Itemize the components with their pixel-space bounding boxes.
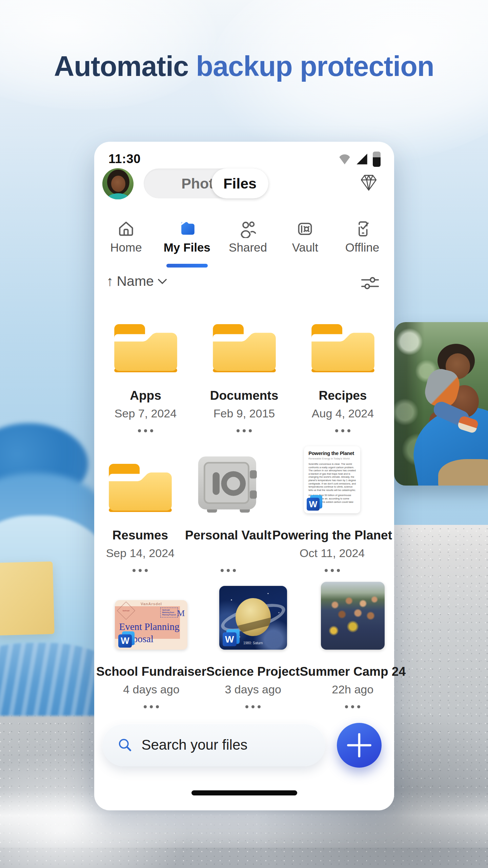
premium-diamond-icon[interactable]: [359, 173, 379, 193]
tab-home[interactable]: Home: [104, 217, 148, 263]
avatar-shirt: [108, 193, 129, 199]
tab-bar: Home My Files: [104, 217, 384, 263]
add-button[interactable]: [337, 723, 382, 768]
title-accent-part: backup protection: [196, 51, 434, 82]
avatar[interactable]: [102, 168, 134, 199]
tile-personal-vault[interactable]: Personal Vault: [184, 442, 272, 572]
status-bar: 11:30: [108, 150, 381, 167]
toggle-files[interactable]: Files: [211, 169, 268, 198]
file-date: Aug 4, 2024: [312, 407, 374, 420]
file-name: Documents: [210, 389, 278, 403]
vault-icon: [296, 217, 314, 238]
file-date: Feb 9, 2015: [214, 407, 275, 420]
sort-label: Name: [117, 273, 154, 289]
doc-body: Scientific concensus is clear. The world…: [308, 462, 357, 492]
file-name: Recipes: [319, 389, 367, 403]
tab-vault[interactable]: Vault: [283, 217, 327, 263]
more-options-button[interactable]: [245, 705, 261, 708]
doc-heading: Event Planning: [119, 621, 179, 632]
doc-title: Powering the Planet: [308, 451, 357, 456]
file-name: Powering the Planet: [272, 528, 392, 542]
file-name: Science Project: [206, 665, 300, 679]
tile-powering-the-planet[interactable]: Powering the Planet Renewable Energy in …: [272, 442, 392, 572]
yellow-fabric-square: [0, 561, 55, 635]
file-grid-row: Resumes Sep 14, 2024 Personal Vault: [96, 442, 392, 572]
more-options-button[interactable]: [133, 569, 148, 572]
tile-documents[interactable]: Documents Feb 9, 2015: [195, 318, 293, 432]
photo-preview: [321, 582, 385, 650]
battery-icon: [373, 152, 381, 167]
word-icon: W: [118, 631, 135, 648]
tile-science-project[interactable]: 1980: Saturn W Science Project 3 days ag…: [206, 578, 300, 708]
avatar-face: [111, 176, 125, 192]
marketing-screenshot: Automatic backup protection 11:30: [0, 0, 488, 868]
chevron-down-icon: [157, 278, 167, 285]
file-name: School Fundraiser: [96, 665, 206, 679]
tile-summer-camp[interactable]: Summer Camp 24 22h ago: [300, 578, 406, 708]
home-indicator[interactable]: [191, 790, 297, 795]
tab-label: Home: [110, 241, 142, 254]
file-name: Apps: [130, 389, 161, 403]
tab-label: Vault: [292, 241, 318, 254]
status-icons: [338, 151, 381, 167]
folder-icon: [112, 323, 179, 374]
word-document-preview: VanArsdel VanArsdel VanArsdel Marketing …: [115, 600, 187, 650]
file-date: 22h ago: [332, 683, 373, 696]
more-options-button[interactable]: [237, 429, 252, 432]
file-date: 3 days ago: [225, 683, 281, 696]
file-grid-row: VanArsdel VanArsdel VanArsdel Marketing …: [96, 578, 392, 708]
word-document-preview: 1980: Saturn W: [219, 586, 287, 650]
title-dark-part: Automatic: [54, 51, 188, 82]
saturn-planet: [236, 598, 271, 636]
doc-watermark: M: [177, 608, 185, 618]
folder-icon: [211, 323, 278, 374]
tile-resumes[interactable]: Resumes Sep 14, 2024: [96, 442, 184, 572]
word-document-preview: Powering the Planet Renewable Energy in …: [304, 446, 360, 513]
filter-options-icon[interactable]: [360, 275, 380, 292]
word-icon: W: [223, 629, 240, 646]
photos-files-toggle[interactable]: Photos Files: [144, 169, 268, 198]
more-options-button[interactable]: [138, 429, 153, 432]
more-options-button[interactable]: [345, 705, 360, 708]
tab-offline[interactable]: Offline: [341, 217, 384, 263]
cellular-signal-icon: [355, 153, 368, 165]
home-icon: [117, 217, 136, 238]
tab-label: Shared: [229, 241, 267, 254]
phone-mockup: 11:30 Photos Files: [94, 142, 394, 810]
clock: 11:30: [108, 152, 141, 166]
search-icon: [117, 736, 133, 754]
sort-selector[interactable]: ↑ Name: [106, 273, 167, 289]
more-options-button[interactable]: [221, 569, 236, 572]
sort-filter-row: ↑ Name: [106, 273, 380, 292]
tile-apps[interactable]: Apps Sep 7, 2024: [96, 318, 195, 432]
page-title: Automatic backup protection: [0, 50, 488, 83]
sort-ascending-icon: ↑: [106, 273, 114, 289]
active-tab-indicator: [166, 264, 208, 268]
more-options-button[interactable]: [325, 569, 340, 572]
folder-icon: [309, 323, 377, 374]
tab-shared[interactable]: Shared: [226, 217, 270, 263]
file-date: Sep 14, 2024: [106, 547, 175, 560]
folder-icon: [177, 217, 197, 238]
device-check-icon: [353, 217, 371, 238]
file-date: Oct 11, 2024: [300, 547, 365, 560]
tile-recipes[interactable]: Recipes Aug 4, 2024: [293, 318, 392, 432]
wifi-icon: [338, 153, 351, 165]
file-grid-row: Apps Sep 7, 2024 Documents Feb 9, 2015: [96, 318, 392, 432]
people-icon: [239, 217, 258, 238]
search-bar[interactable]: [102, 724, 325, 766]
more-options-button[interactable]: [144, 705, 159, 708]
file-date: Sep 7, 2024: [115, 407, 177, 420]
search-input[interactable]: [141, 737, 310, 753]
family-photo: [394, 322, 488, 486]
folder-icon: [107, 462, 174, 513]
file-name: Summer Camp 24: [300, 665, 406, 679]
tab-my-files[interactable]: My Files: [162, 217, 212, 263]
tile-school-fundraiser[interactable]: VanArsdel VanArsdel VanArsdel Marketing …: [96, 578, 206, 708]
file-name: Resumes: [113, 528, 168, 542]
tab-label: Offline: [345, 241, 380, 254]
file-date: 4 days ago: [123, 683, 179, 696]
more-options-button[interactable]: [335, 429, 350, 432]
app-header: Photos Files: [102, 167, 381, 200]
tab-label: My Files: [164, 241, 210, 254]
